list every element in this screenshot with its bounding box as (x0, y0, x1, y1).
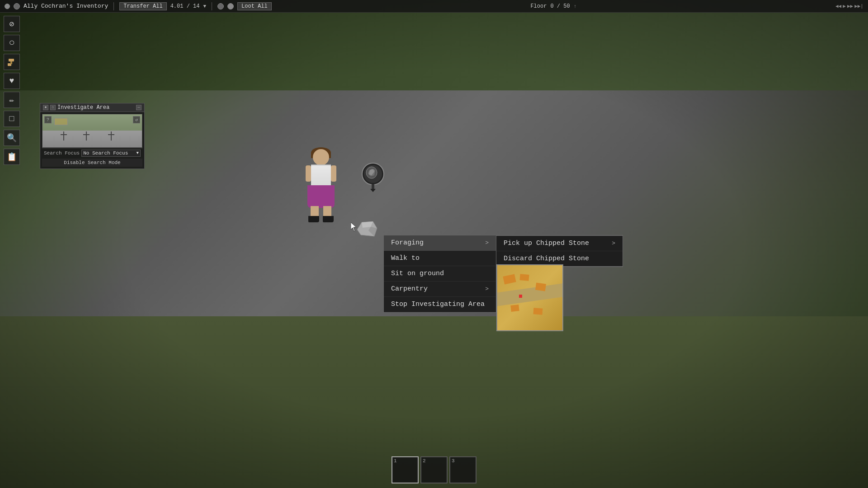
investigate-preview: ? ↺ (42, 114, 142, 148)
search-marker-2 (83, 131, 90, 143)
carpentry-arrow-icon: > (485, 286, 489, 292)
context-menu: Foraging > Walk to Sit on ground Carpent… (383, 235, 496, 313)
chipped-stone-item[interactable] (357, 221, 377, 239)
char-head (313, 149, 329, 165)
foraging-submenu: Pick up Chipped Stone > Discard Chipped … (496, 235, 623, 267)
notes-icon[interactable]: 📋 (4, 149, 20, 165)
foraging-menu-item[interactable]: Foraging > (384, 235, 496, 251)
thumb-player-dot (519, 295, 522, 298)
next-frame-icon[interactable]: ▶ (843, 3, 846, 9)
reset-icon[interactable]: ↺ (133, 116, 140, 123)
hotbar-slot-1[interactable]: 1 (392, 456, 419, 483)
item-preview-thumbnail (496, 264, 563, 331)
pickup-arrow-icon: > (612, 240, 615, 247)
window-close-button[interactable]: ● (43, 105, 48, 110)
foraging-label: Foraging (391, 239, 424, 247)
floor-label: Floor (530, 3, 547, 9)
hotbar-slot-2[interactable]: 2 (420, 456, 448, 483)
heart-icon[interactable]: ♥ (4, 73, 20, 89)
rec-icon[interactable]: ▶▶ (847, 3, 853, 9)
window-pin-button[interactable]: ○ (50, 105, 56, 110)
crafting-icon[interactable] (4, 54, 20, 70)
inventory-status-icon (14, 3, 20, 9)
dropdown-arrow-icon: ▼ (137, 151, 139, 155)
thumb-obj5 (533, 308, 543, 314)
hotbar-num-1: 1 (394, 458, 397, 464)
top-bar: Ally Cochran's Inventory Transfer All 4.… (0, 0, 868, 13)
floor-arrow-icon: ↑ (574, 4, 577, 9)
loot-all-button[interactable]: Loot All (237, 2, 272, 10)
sit-on-ground-label: Sit on ground (391, 270, 444, 277)
search-focus-value: No Search Focus (83, 150, 128, 156)
foraging-submenu-list: Pick up Chipped Stone > Discard Chipped … (496, 235, 623, 267)
inventory-box-icon[interactable]: □ (4, 111, 20, 127)
char-boot-left (308, 216, 319, 222)
loot-icon (217, 3, 224, 9)
char-arm-left (306, 165, 311, 182)
health-circle-icon[interactable]: ○ (4, 35, 20, 51)
window-content: ? ↺ (40, 112, 144, 169)
thumb-obj1 (503, 274, 516, 284)
location-pin (362, 163, 384, 194)
char-boot-right (323, 216, 334, 222)
pickup-label: Pick up Chipped Stone (504, 239, 589, 247)
walk-to-label: Walk to (391, 254, 420, 262)
walk-to-menu-item[interactable]: Walk to (384, 251, 496, 266)
divider-1 (113, 2, 114, 10)
end-icon[interactable]: ▶▶| (854, 3, 863, 9)
thumb-obj3 (535, 283, 546, 291)
cancel-icon[interactable]: ⊘ (4, 16, 20, 32)
foraging-arrow-icon: > (485, 239, 489, 246)
weight-display: 4.01 / 14 (170, 3, 200, 9)
window-title: Investigate Area (57, 104, 109, 111)
transfer-all-button[interactable]: Transfer All (119, 2, 166, 10)
magnify-icon[interactable]: 🔍 (4, 130, 20, 146)
search-marker-3 (108, 131, 114, 143)
svg-marker-16 (370, 189, 376, 192)
left-sidebar: ⊘ ○ ♥ ✏ □ 🔍 📋 (4, 16, 20, 165)
window-minimize-button[interactable]: — (136, 105, 142, 110)
weight-icon: ▼ (203, 4, 206, 9)
char-torso (311, 164, 331, 187)
search-focus-row: Search Focus No Search Focus ▼ (42, 148, 142, 158)
char-arm-right (331, 165, 336, 182)
window-titlebar: ● ○ Investigate Area — (40, 103, 144, 112)
thumb-road (497, 283, 563, 306)
investigate-area-window: ● ○ Investigate Area — ? ↺ (40, 103, 145, 169)
divider-2 (212, 2, 212, 10)
char-skirt (307, 185, 335, 208)
search-marker-1 (61, 131, 67, 143)
record-controls: ◀◀ ▶ ▶▶ ▶▶| (835, 3, 863, 9)
inventory-label: Ally Cochran's Inventory (24, 3, 108, 9)
hotbar-slot-3[interactable]: 3 (449, 456, 476, 483)
eye-icon (5, 4, 10, 9)
search-focus-label: Search Focus (44, 150, 80, 156)
search-focus-dropdown[interactable]: No Search Focus ▼ (81, 150, 141, 157)
hotbar-num-3: 3 (452, 458, 455, 464)
thumb-obj2 (519, 274, 529, 281)
loot-eye-icon (227, 3, 234, 9)
light-indicator (54, 118, 68, 125)
player-character (303, 149, 339, 221)
svg-rect-2 (9, 59, 14, 61)
prev-frame-icon[interactable]: ◀◀ (835, 3, 841, 9)
carpentry-menu-item[interactable]: Carpentry > (384, 282, 496, 297)
hotbar: 1 2 3 (392, 456, 476, 483)
stop-investigating-label: Stop Investigating Area (391, 300, 485, 308)
thumb-obj4 (510, 305, 519, 312)
hotbar-num-2: 2 (423, 458, 426, 464)
discard-label: Discard Chipped Stone (504, 255, 589, 263)
pencil-icon[interactable]: ✏ (4, 92, 20, 108)
help-icon[interactable]: ? (44, 116, 52, 123)
pickup-chipped-stone-item[interactable]: Pick up Chipped Stone > (496, 235, 623, 251)
stop-investigating-menu-item[interactable]: Stop Investigating Area (384, 297, 496, 312)
floor-count: 0 / 50 (550, 3, 570, 9)
disable-search-button[interactable]: Disable Search Mode (42, 159, 142, 167)
context-menu-list: Foraging > Walk to Sit on ground Carpent… (383, 235, 496, 313)
sit-on-ground-menu-item[interactable]: Sit on ground (384, 266, 496, 282)
carpentry-label: Carpentry (391, 285, 428, 293)
